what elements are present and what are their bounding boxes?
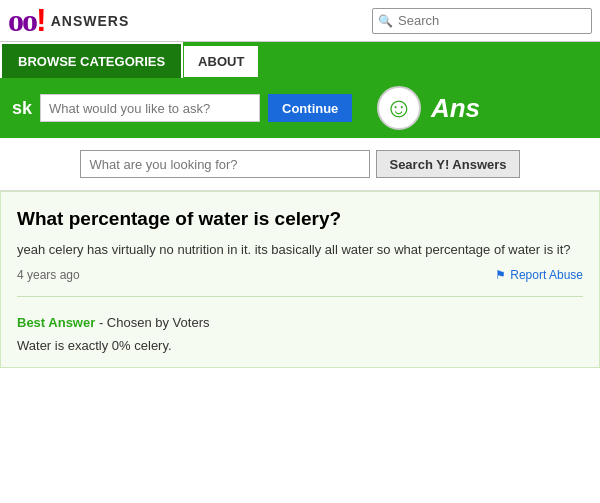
best-answer-bold-label: Best Answer: [17, 315, 95, 330]
ask-banner: sk Continue ☺ Ans: [0, 78, 600, 138]
logo-answers-text: ANSWERS: [51, 13, 130, 29]
tab-about[interactable]: ABOUT: [183, 45, 259, 78]
top-search-input[interactable]: [398, 13, 578, 28]
best-answer-text: Water is exactly 0% celery.: [17, 336, 583, 356]
smiley-icon: ☺: [385, 92, 414, 124]
best-answer-label: Best Answer - Chosen by Voters: [17, 315, 583, 330]
logo-oo-text: oo: [8, 2, 36, 39]
logo-exclaim: !: [36, 2, 47, 39]
avatar-area: ☺ Ans: [377, 86, 480, 130]
question-body: yeah celery has virtually no nutrition i…: [17, 240, 583, 260]
best-answer-suffix: - Chosen by Voters: [99, 315, 210, 330]
search-answers-button[interactable]: Search Y! Answers: [376, 150, 519, 178]
time-ago: 4 years ago: [17, 268, 80, 282]
best-answer-section: Best Answer - Chosen by Voters Water is …: [17, 311, 583, 356]
question-meta: 4 years ago ⚑ Report Abuse: [17, 268, 583, 282]
logo-area: oo ! ANSWERS: [8, 2, 129, 39]
divider: [17, 296, 583, 297]
answers-banner-text: Ans: [431, 93, 480, 124]
main-content: What percentage of water is celery? yeah…: [0, 191, 600, 368]
tab-browse-categories[interactable]: BROWSE CATEGORIES: [0, 42, 183, 78]
ask-question-input[interactable]: [40, 94, 260, 122]
continue-button[interactable]: Continue: [268, 94, 352, 122]
main-search-row: Search Y! Answers: [0, 138, 600, 191]
search-icon: 🔍: [373, 14, 398, 28]
report-abuse-link[interactable]: ⚑ Report Abuse: [495, 268, 583, 282]
top-search-bar: 🔍: [372, 8, 592, 34]
avatar: ☺: [377, 86, 421, 130]
ask-label-text: sk: [12, 98, 32, 119]
header: oo ! ANSWERS 🔍: [0, 0, 600, 42]
nav-tabs: BROWSE CATEGORIES ABOUT: [0, 42, 600, 78]
question-title: What percentage of water is celery?: [17, 208, 583, 230]
main-search-input[interactable]: [80, 150, 370, 178]
flag-icon: ⚑: [495, 268, 506, 282]
